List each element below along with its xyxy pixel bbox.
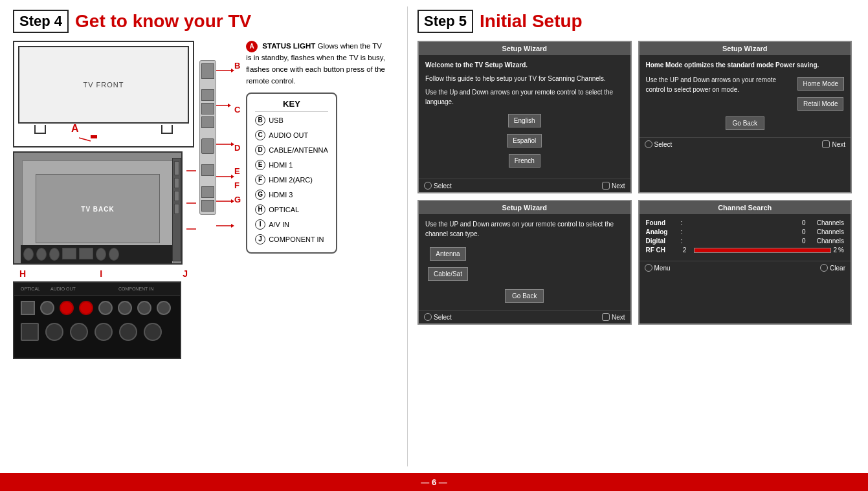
key-letter-j: J [255,234,265,245]
audio-port-2 [201,103,214,115]
key-letter-d: D [255,145,265,155]
english-button[interactable]: English [508,114,541,127]
component-in-label: COMPONENT IN [118,287,153,291]
key-letter-e: E [255,160,265,170]
key-title: KEY [255,99,328,112]
hdmi-port-2 [201,186,214,198]
bottom-port-2 [36,248,47,261]
wizard-2-line-0: Home Mode optimizes the standard mode Po… [646,60,845,70]
found-row: Found : 0 Channels [646,219,845,226]
wizard-3-footer: Select Next [419,310,630,323]
bottom-port-1 [23,248,34,261]
wizard-2-next-label: Next [832,141,845,148]
label-c: C [234,105,240,115]
bcdefg-labels: B C D E [234,57,241,359]
side-usb-bar [199,60,216,215]
channel-search-body: Found : 0 Channels Analog : 0 Channels [640,214,851,261]
side-usb-area [199,60,216,359]
key-item-i: I A/V IN [255,219,328,230]
av-port-red [60,301,74,315]
audio-port-1 [201,89,214,101]
rfch-label: RF CH [646,246,678,254]
tv-front-label: TV FRONT [83,81,124,89]
french-button[interactable]: French [509,154,540,168]
label-j: J [183,268,188,279]
wizard-box-3: Setup Wizard Use the UP and Down arrows … [417,200,632,325]
cablesat-button[interactable]: Cable/Sat [428,267,468,281]
key-label-j: COMPONENT IN [269,235,324,243]
key-label-d: CABLE/ANTENNA [269,146,328,154]
label-d-row: D [234,138,241,157]
rfch-value: 2 [678,246,691,254]
wizard-2-footer-left: Select [645,140,673,148]
status-text-area: A STATUS LIGHT Glows when the TV is in s… [246,41,385,87]
wizard-2-goback-button[interactable]: Go Back [726,116,764,130]
cable-port [201,138,214,154]
step4-title: Get to know your TV [75,11,251,32]
wizard-2-footer: Select Next [640,137,851,151]
wizard-1-footer-right: Next [602,182,625,190]
av-port-2 [98,301,113,315]
wizard-2-buttons: Home Mode Retail Mode [797,75,844,113]
rfch-row: RF CH 2 2 % [646,246,845,254]
bottom-closeup-area: H I J OPTICAL AUDIO OUT COMPONENT IN [13,268,194,359]
tv-screen: TV FRONT [18,46,189,124]
wizard-2-content: Use the UP and Down arrows on your remot… [646,75,845,113]
optical-port [21,301,35,315]
label-a: A [71,123,79,135]
hdmi-port-3 [201,200,214,212]
antenna-button[interactable]: Antenna [430,247,465,261]
wizard-2-body: Home Mode optimizes the standard mode Po… [640,55,851,137]
wizard-2-footer-right: Next [822,140,845,148]
select-icon-1 [424,182,432,190]
analog-colon: : [678,228,683,235]
wizard-3-line-0: Use the UP and Down arrows on your remot… [425,219,624,239]
svg-line-0 [79,138,91,141]
channel-search-footer: Menu Clear [640,261,851,274]
analog-unit: Channels [817,228,844,235]
key-letter-g: G [255,190,265,200]
bcp-label-row: OPTICAL AUDIO OUT COMPONENT IN [14,283,180,296]
step5-title: Initial Setup [480,11,583,32]
menu-icon [645,264,652,272]
select-icon-3 [424,313,432,321]
svg-marker-7 [228,104,231,107]
btn-5 [119,323,137,341]
status-indicator [91,135,97,138]
usb-gap [201,81,214,87]
label-c-row: C [234,87,241,123]
next-icon-1 [602,182,610,190]
av-port-4 [137,301,151,315]
digital-colon: : [678,237,683,245]
tv-front-diagram: TV FRONT A [13,41,194,147]
av-port-5 [157,301,171,315]
key-item-e: E HDMI 1 [255,160,328,170]
btn-3 [70,323,88,341]
btn-4 [95,323,113,341]
stand-right [161,125,173,134]
wizard-1-line-4: Use the Up and Down arrows on your remot… [425,87,624,107]
key-letter-f: F [255,175,265,185]
side-arrows [216,60,236,241]
wizard-3-select-label: Select [434,314,452,321]
rfch-unit: % [838,246,844,254]
espanol-button[interactable]: Español [507,134,542,147]
wizard-2-title: Setup Wizard [640,42,851,55]
select-icon-2 [645,140,652,148]
wizard-2-text: Use the UP and Down arrows on your remot… [646,75,791,94]
analog-label: Analog [646,228,678,235]
side-port-2 [174,178,179,188]
wizard-3-goback-button[interactable]: Go Back [505,289,544,303]
page-container: Step 4 Get to know your TV TV FRONT [0,0,868,491]
wizard-1-select-label: Select [434,182,452,190]
key-item-g: G HDMI 3 [255,190,328,200]
retail-mode-button[interactable]: Retail Mode [797,97,843,111]
step5-header: Step 5 Initial Setup [417,10,852,33]
home-mode-button[interactable]: Home Mode [797,77,844,91]
step4-section: Step 4 Get to know your TV TV FRONT [6,6,408,466]
analog-row: Analog : 0 Channels [646,228,845,235]
gap3 [201,156,214,162]
tv-stand [18,124,189,135]
key-item-j: J COMPONENT IN [255,234,328,245]
label-f: F [234,180,239,190]
